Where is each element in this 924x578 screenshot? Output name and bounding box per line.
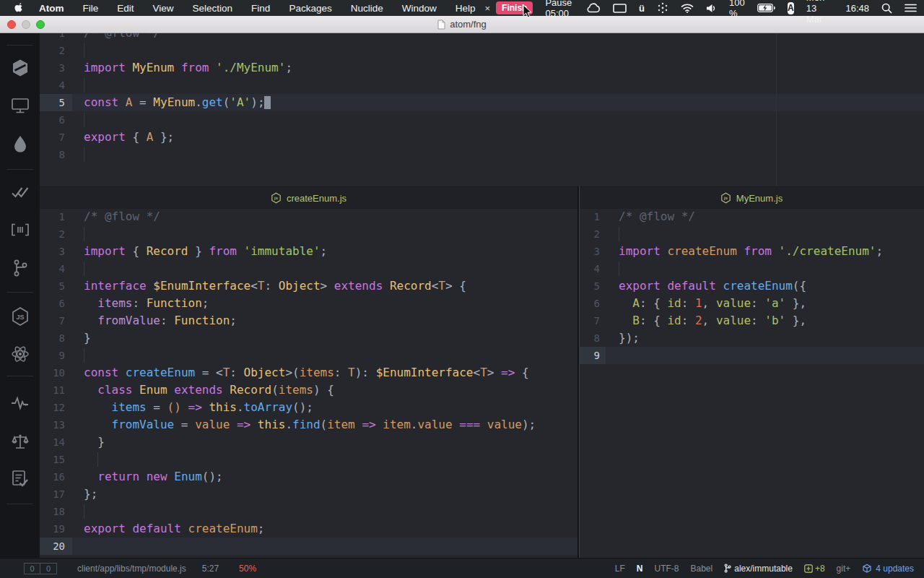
code-text[interactable] xyxy=(72,347,578,364)
minimize-window-button[interactable] xyxy=(22,20,30,29)
line-number[interactable]: 10 xyxy=(40,364,72,381)
line-number[interactable]: 18 xyxy=(40,503,72,520)
menu-item-atom[interactable]: Atom xyxy=(30,3,74,14)
git-branch-status[interactable]: alex/immutable xyxy=(724,564,793,574)
menu-item-edit[interactable]: Edit xyxy=(108,3,143,14)
code-line[interactable]: 16 return new Enum(); xyxy=(40,468,578,486)
code-text[interactable]: /* @flow */ xyxy=(72,33,924,42)
code-text[interactable]: items = () => this.toArray(); xyxy=(72,399,578,416)
code-line[interactable]: 17}; xyxy=(40,486,578,503)
cursor-position[interactable]: 5:27 xyxy=(202,564,219,574)
code-line[interactable]: 8}); xyxy=(580,329,924,347)
pulse-icon[interactable] xyxy=(11,396,30,410)
menubar-time[interactable]: 16:48 xyxy=(845,3,869,14)
code-text[interactable]: items: Function; xyxy=(72,295,578,312)
zoom-window-button[interactable] xyxy=(36,20,45,29)
code-text[interactable]: const A = MyEnum.get('A'); xyxy=(72,94,924,111)
warning-count[interactable]: 0 xyxy=(40,563,57,574)
code-line[interactable]: 2 xyxy=(40,225,578,243)
cloud-icon[interactable] xyxy=(586,3,601,13)
encoding[interactable]: UTF-8 xyxy=(655,564,679,574)
git-changes[interactable]: +8 xyxy=(804,564,825,574)
code-text[interactable]: const createEnum = <T: Object>(items: T)… xyxy=(72,364,578,381)
line-number[interactable]: 17 xyxy=(40,486,72,503)
line-number[interactable]: 5 xyxy=(40,277,72,295)
spotlight-icon[interactable] xyxy=(881,3,892,14)
nodejs-icon[interactable]: JS xyxy=(11,306,30,327)
code-line[interactable]: 2 xyxy=(580,225,924,243)
code-line[interactable]: 7 fromValue: Function; xyxy=(40,312,578,329)
wifi-icon[interactable] xyxy=(681,4,694,13)
code-text[interactable]: } xyxy=(72,329,578,347)
code-text[interactable] xyxy=(72,77,924,94)
line-number[interactable]: 14 xyxy=(40,434,72,451)
code-text[interactable]: fromValue: Function; xyxy=(72,312,578,329)
code-text[interactable] xyxy=(606,260,924,277)
code-line[interactable]: 1/* @flow */ xyxy=(40,33,924,42)
input-source-icon[interactable]: A xyxy=(788,2,794,14)
line-number[interactable]: 9 xyxy=(580,347,606,364)
code-text[interactable] xyxy=(72,538,578,555)
code-line[interactable]: 13 fromValue = value => this.find(item =… xyxy=(40,416,578,434)
menu-item-nuclide[interactable]: Nuclide xyxy=(341,3,393,14)
menu-item-packages[interactable]: Packages xyxy=(279,3,341,14)
code-line[interactable]: 3import createEnum from './createEnum'; xyxy=(580,243,924,260)
code-text[interactable] xyxy=(72,42,924,59)
code-text[interactable]: }; xyxy=(72,486,578,503)
barcode-icon[interactable] xyxy=(11,223,30,236)
code-text[interactable] xyxy=(72,146,924,163)
line-number[interactable]: 8 xyxy=(580,329,606,347)
error-count[interactable]: 0 xyxy=(24,563,40,574)
code-line[interactable]: 9 xyxy=(40,347,578,364)
line-number[interactable]: 19 xyxy=(40,520,72,538)
code-line[interactable]: 6 items: Function; xyxy=(40,295,578,312)
menu-item-selection[interactable]: Selection xyxy=(183,3,243,14)
flame-icon[interactable] xyxy=(12,134,29,153)
display-icon[interactable] xyxy=(613,4,627,13)
git-branch-icon[interactable] xyxy=(12,259,29,277)
menu-item-view[interactable]: View xyxy=(144,3,183,14)
battery-percent[interactable]: 100 % xyxy=(729,0,745,19)
code-text[interactable]: fromValue = value => this.find(item => i… xyxy=(72,416,578,434)
code-line[interactable]: 7 B: { id: 2, value: 'b' }, xyxy=(580,312,924,329)
code-text[interactable] xyxy=(72,225,578,243)
line-number[interactable]: 1 xyxy=(40,208,72,225)
code-text[interactable] xyxy=(72,503,578,520)
code-text[interactable]: class Enum extends Record(items) { xyxy=(72,381,578,399)
menu-item-file[interactable]: File xyxy=(74,3,108,14)
code-text[interactable]: export { A }; xyxy=(72,129,924,146)
code-line[interactable]: 12 items = () => this.toArray(); xyxy=(40,399,578,416)
double-check-icon[interactable] xyxy=(11,185,30,199)
code-text[interactable]: /* @flow */ xyxy=(72,208,578,225)
code-line[interactable]: 3import MyEnum from './MyEnum'; xyxy=(40,59,924,77)
pane-myenum-js[interactable]: 1/* @flow */23import createEnum from './… xyxy=(580,208,924,558)
code-text[interactable]: }); xyxy=(606,329,924,347)
code-text[interactable]: } xyxy=(72,434,578,451)
menubar-date[interactable]: Mon 13 Mar xyxy=(806,0,834,25)
line-number[interactable]: 4 xyxy=(40,260,72,277)
pane-createenum-js[interactable]: 1/* @flow */23import { Record } from 'im… xyxy=(40,208,578,558)
line-number[interactable]: 6 xyxy=(40,111,72,129)
code-line[interactable]: 3import { Record } from 'immutable'; xyxy=(40,243,578,260)
apple-menu-icon[interactable] xyxy=(7,3,30,14)
package-updates[interactable]: 4 updates xyxy=(862,564,914,574)
line-number[interactable]: 7 xyxy=(40,312,72,329)
line-number[interactable]: 5 xyxy=(40,94,72,111)
bluetooth-dots-icon[interactable] xyxy=(657,2,668,14)
notification-center-icon[interactable] xyxy=(905,4,917,12)
code-line[interactable]: 6 A: { id: 1, value: 'a' }, xyxy=(580,295,924,312)
code-line[interactable]: 8} xyxy=(40,329,578,347)
pane-header-myenum[interactable]: js MyEnum.js xyxy=(579,186,924,209)
code-text[interactable]: import MyEnum from './MyEnum'; xyxy=(72,59,924,77)
code-line[interactable]: 7export { A }; xyxy=(40,129,924,146)
battery-icon[interactable] xyxy=(757,4,775,12)
code-line[interactable]: 4 xyxy=(580,260,924,277)
task-list-icon[interactable] xyxy=(11,470,30,488)
uebersicht-icon[interactable]: ü xyxy=(639,3,645,14)
pane-module-js[interactable]: 1/* @flow */23import MyEnum from './MyEn… xyxy=(40,33,924,186)
line-number[interactable]: 3 xyxy=(580,243,606,260)
line-number[interactable]: 4 xyxy=(40,77,72,94)
code-line[interactable]: 5export default createEnum({ xyxy=(580,277,924,295)
line-number[interactable]: 8 xyxy=(40,329,72,347)
code-line[interactable]: 1/* @flow */ xyxy=(580,208,924,225)
